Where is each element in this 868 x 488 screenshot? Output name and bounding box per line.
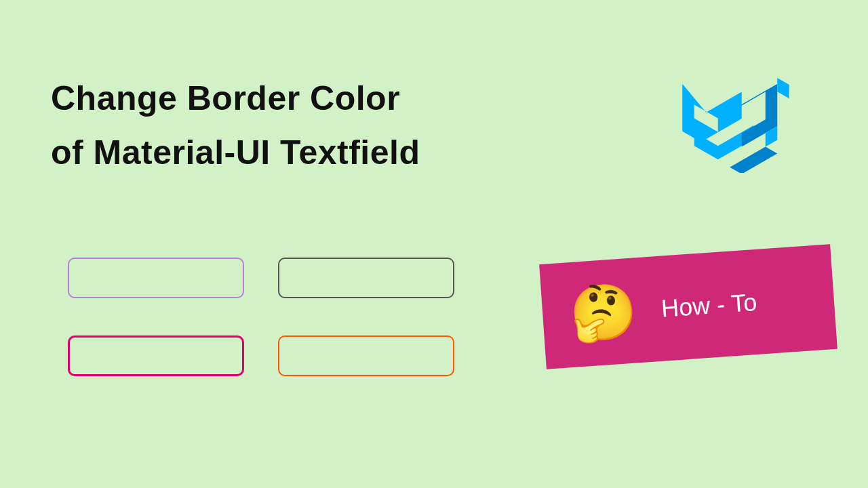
material-ui-logo-icon [678, 78, 793, 176]
title-line-2: of Material-UI Textfield [51, 125, 420, 180]
textfield-orange[interactable] [278, 336, 454, 376]
title-line-1: Change Border Color [51, 71, 420, 125]
thinking-face-icon: 🤔 [568, 283, 639, 342]
page-title: Change Border Color of Material-UI Textf… [51, 71, 420, 180]
howto-badge: 🤔 How - To [539, 244, 837, 369]
textfield-examples [68, 258, 454, 376]
textfield-pink[interactable] [68, 336, 244, 376]
howto-label: How - To [660, 287, 758, 323]
textfield-purple[interactable] [68, 258, 244, 298]
textfield-gray[interactable] [278, 258, 454, 298]
